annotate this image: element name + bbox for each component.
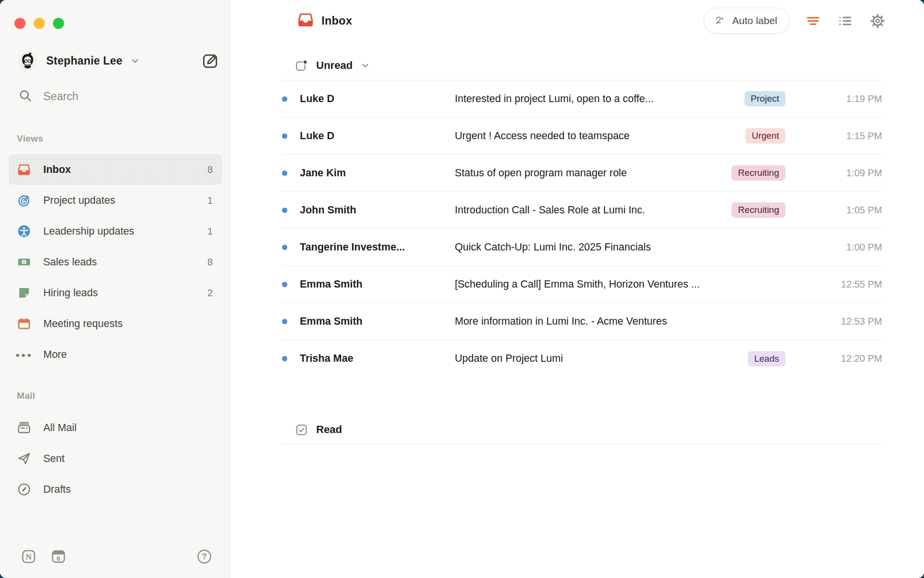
auto-label-wand-icon bbox=[713, 14, 726, 27]
svg-text:?: ? bbox=[202, 552, 207, 561]
email-subject: Urgent ! Access needed to teamspace bbox=[455, 130, 745, 142]
account-switcher[interactable]: Stephanie Lee bbox=[18, 51, 219, 70]
accessibility-icon bbox=[17, 224, 31, 238]
unread-count: 8 bbox=[207, 257, 213, 268]
main-toolbar: Inbox Auto label bbox=[297, 7, 886, 35]
chevron-down-icon bbox=[130, 56, 140, 66]
filter-icon[interactable] bbox=[804, 12, 822, 30]
sidebar-item-more[interactable]: ●●● More bbox=[9, 339, 222, 370]
unread-count: 2 bbox=[207, 288, 213, 299]
search-input[interactable]: Search bbox=[18, 89, 78, 104]
email-time: 1:09 PM bbox=[824, 168, 882, 179]
sidebar-item-sales-leads[interactable]: Sales leads 8 bbox=[9, 247, 222, 277]
email-subject: Interested in project Lumi, open to a co… bbox=[455, 93, 744, 105]
page-title-wrap: Inbox bbox=[297, 12, 352, 30]
auto-label-button[interactable]: Auto label bbox=[704, 8, 790, 34]
sidebar-item-drafts[interactable]: Drafts bbox=[9, 474, 222, 505]
unread-dot-icon bbox=[282, 208, 287, 213]
unread-count: 1 bbox=[207, 195, 213, 206]
email-row[interactable]: Emma Smith More information in Lumi Inc.… bbox=[281, 303, 882, 340]
sidebar-item-hiring-leads[interactable]: Hiring leads 2 bbox=[9, 277, 222, 308]
settings-gear-icon[interactable] bbox=[868, 12, 886, 30]
close-window-button[interactable] bbox=[14, 18, 26, 29]
note-icon bbox=[17, 286, 31, 300]
chevron-down-icon bbox=[361, 61, 370, 70]
sidebar-item-project-updates[interactable]: Project updates 1 bbox=[9, 185, 222, 216]
email-row[interactable]: Luke D Interested in project Lumi, open … bbox=[281, 80, 882, 118]
read-divider bbox=[281, 444, 882, 445]
email-row[interactable]: Emma Smith [Scheduling a Call] Emma Smit… bbox=[281, 266, 882, 303]
unread-select-icon bbox=[295, 59, 308, 72]
page-title: Inbox bbox=[321, 14, 352, 27]
svg-text:N: N bbox=[26, 552, 32, 562]
all-mail-icon bbox=[17, 421, 31, 434]
ellipsis-icon: ●●● bbox=[17, 348, 31, 361]
unread-group-header[interactable]: Unread bbox=[295, 53, 370, 78]
email-row[interactable]: Tangerine Investme... Quick Catch-Up: Lu… bbox=[281, 229, 882, 266]
unread-count: 1 bbox=[207, 226, 213, 237]
sidebar-item-all-mail[interactable]: All Mail bbox=[9, 412, 222, 443]
search-icon bbox=[18, 89, 32, 105]
zoom-window-button[interactable] bbox=[53, 18, 64, 29]
email-tag-badge: Recruiting bbox=[732, 202, 785, 218]
email-row[interactable]: Luke D Urgent ! Access needed to teamspa… bbox=[281, 118, 882, 155]
read-group-header[interactable]: Read bbox=[295, 417, 342, 442]
sidebar-item-inbox[interactable]: Inbox 8 bbox=[9, 154, 222, 185]
email-list: Luke D Interested in project Lumi, open … bbox=[281, 80, 882, 377]
unread-dot-icon bbox=[282, 245, 287, 250]
read-group-label: Read bbox=[316, 423, 342, 436]
sidebar-item-sent[interactable]: Sent bbox=[9, 443, 222, 474]
email-time: 12:20 PM bbox=[824, 353, 882, 364]
compose-button[interactable] bbox=[201, 52, 219, 70]
email-time: 12:53 PM bbox=[824, 316, 882, 327]
email-sender: Jane Kim bbox=[300, 167, 455, 179]
email-sender: Tangerine Investme... bbox=[300, 241, 455, 253]
email-subject: Quick Catch-Up: Lumi Inc. 2025 Financial… bbox=[455, 241, 824, 253]
help-icon[interactable]: ? bbox=[197, 549, 212, 564]
email-tag-badge: Leads bbox=[748, 351, 785, 367]
mail-nav: All Mail Sent Drafts bbox=[9, 412, 222, 505]
unread-dot-icon bbox=[282, 319, 287, 324]
email-tag-badge: Recruiting bbox=[732, 165, 785, 181]
calendar-icon bbox=[17, 317, 31, 330]
unread-dot-icon bbox=[282, 282, 287, 287]
email-sender: Trisha Mae bbox=[300, 353, 455, 365]
email-sender: John Smith bbox=[300, 204, 455, 216]
unread-dot-icon bbox=[282, 96, 287, 102]
email-row[interactable]: Jane Kim Status of open program manager … bbox=[281, 155, 882, 192]
list-icon[interactable] bbox=[836, 12, 854, 30]
email-row[interactable]: John Smith Introduction Call - Sales Rol… bbox=[281, 192, 882, 229]
mail-app-window: Stephanie Lee Search Views Inbox 8 bbox=[0, 0, 924, 578]
sidebar-item-leadership-updates[interactable]: Leadership updates 1 bbox=[9, 216, 222, 247]
minimize-window-button[interactable] bbox=[34, 18, 45, 29]
sidebar-footer: N 6 ? bbox=[0, 548, 230, 567]
email-subject: Introduction Call - Sales Role at Lumi I… bbox=[455, 204, 732, 216]
email-subject: [Scheduling a Call] Emma Smith, Horizon … bbox=[455, 278, 824, 290]
avatar bbox=[18, 52, 37, 70]
inbox-icon bbox=[17, 163, 31, 176]
email-row[interactable]: Trisha Mae Update on Project Lumi Leads … bbox=[281, 340, 882, 377]
sidebar: Stephanie Lee Search Views Inbox 8 bbox=[0, 0, 231, 578]
email-subject: Status of open program manager role bbox=[455, 167, 732, 179]
search-placeholder: Search bbox=[43, 90, 78, 103]
calendar-6-icon[interactable]: 6 bbox=[51, 549, 66, 564]
email-tag-badge: Urgent bbox=[745, 128, 785, 144]
sidebar-item-meeting-requests[interactable]: Meeting requests bbox=[9, 308, 222, 339]
sent-icon bbox=[17, 452, 31, 465]
views-nav: Inbox 8 Project updates 1 Leadership upd… bbox=[9, 154, 222, 370]
email-subject: Update on Project Lumi bbox=[455, 353, 748, 365]
email-sender: Emma Smith bbox=[300, 278, 455, 290]
email-sender: Luke D bbox=[300, 130, 455, 142]
email-sender: Emma Smith bbox=[300, 315, 455, 328]
email-time: 12:55 PM bbox=[824, 279, 882, 290]
svg-text:6: 6 bbox=[57, 555, 61, 562]
user-name: Stephanie Lee bbox=[46, 54, 123, 67]
notion-logo-icon[interactable]: N bbox=[21, 549, 36, 564]
auto-label-text: Auto label bbox=[732, 15, 777, 26]
target-icon bbox=[17, 194, 31, 207]
mail-section-label: Mail bbox=[17, 391, 35, 401]
money-icon bbox=[17, 255, 31, 269]
email-tag-badge: Project bbox=[744, 91, 785, 106]
read-checkbox-icon bbox=[295, 423, 308, 436]
email-sender: Luke D bbox=[300, 93, 455, 105]
